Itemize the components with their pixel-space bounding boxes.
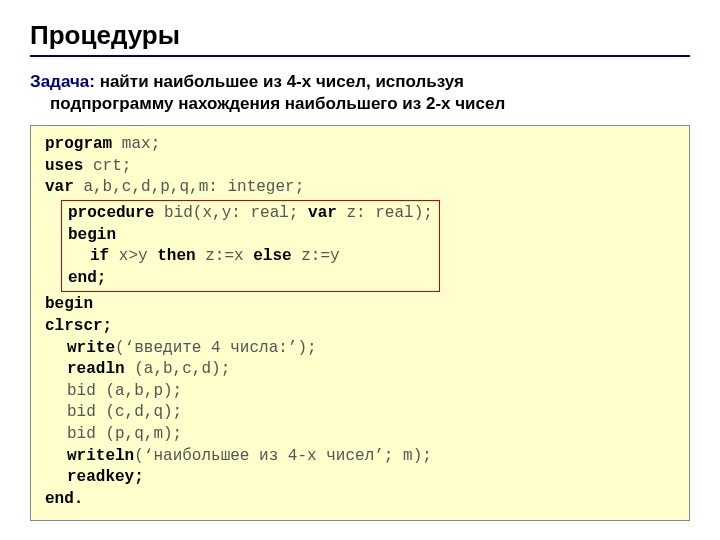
kw-begin-inner: begin xyxy=(68,226,116,244)
task-text-2: подпрограмму нахождения наибольшего из 2… xyxy=(30,94,505,113)
code-l15: (‘наибольшее из 4-х чисел’; m); xyxy=(134,447,432,465)
code-l6c: z:=y xyxy=(292,247,340,265)
code-l1: max; xyxy=(112,135,160,153)
page-title: Процедуры xyxy=(30,20,690,57)
kw-uses: uses xyxy=(45,157,83,175)
kw-clrscr: clrscr; xyxy=(45,317,112,335)
kw-readkey: readkey; xyxy=(67,468,144,486)
code-l14: bid (p,q,m); xyxy=(67,425,182,443)
code-l6b: z:=x xyxy=(196,247,254,265)
kw-readln: readln xyxy=(67,360,125,378)
kw-writeln: writeln xyxy=(67,447,134,465)
kw-program: program xyxy=(45,135,112,153)
kw-var2: var xyxy=(308,204,337,222)
code-l4a: bid(x,y: real; xyxy=(154,204,308,222)
code-l11: (a,b,c,d); xyxy=(125,360,231,378)
task-description: Задача: найти наибольшее из 4-х чисел, и… xyxy=(30,71,690,115)
kw-end: end. xyxy=(45,490,83,508)
procedure-highlight-box: procedure bid(x,y: real; var z: real); b… xyxy=(61,200,440,292)
task-text-1: найти наибольшее из 4-х чисел, используя xyxy=(95,72,464,91)
code-l4b: z: real); xyxy=(337,204,433,222)
code-block: program max; uses crt; var a,b,c,d,p,q,m… xyxy=(30,125,690,521)
kw-procedure: procedure xyxy=(68,204,154,222)
kw-begin: begin xyxy=(45,295,93,313)
kw-then: then xyxy=(157,247,195,265)
code-l3: a,b,c,d,p,q,m: integer; xyxy=(74,178,304,196)
kw-write: write xyxy=(67,339,115,357)
code-l2: crt; xyxy=(83,157,131,175)
code-l12: bid (a,b,p); xyxy=(67,382,182,400)
kw-else: else xyxy=(253,247,291,265)
kw-if: if xyxy=(90,247,109,265)
code-l6a: x>y xyxy=(109,247,157,265)
code-l10: (‘введите 4 числа:’); xyxy=(115,339,317,357)
kw-var: var xyxy=(45,178,74,196)
code-l13: bid (c,d,q); xyxy=(67,403,182,421)
task-label: Задача: xyxy=(30,72,95,91)
kw-end-inner: end; xyxy=(68,269,106,287)
